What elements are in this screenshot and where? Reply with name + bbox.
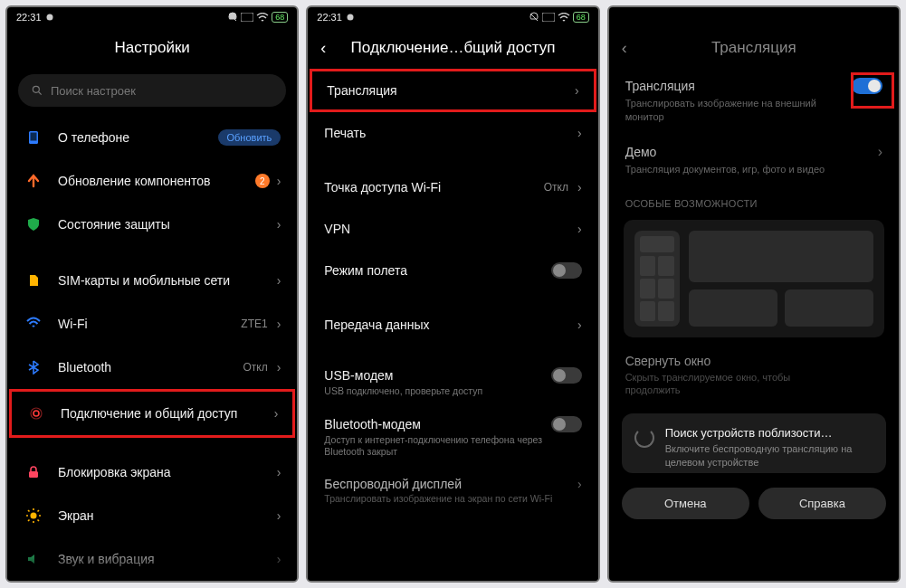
chevron-right-icon: › bbox=[274, 406, 279, 421]
chevron-right-icon: › bbox=[277, 360, 281, 375]
tile-phone-icon bbox=[634, 231, 680, 327]
connection-list: Трансляция › Печать › Точка доступа Wi-F… bbox=[308, 69, 597, 581]
count-badge: 2 bbox=[255, 174, 270, 188]
signal-icon bbox=[542, 13, 555, 22]
status-bar: 22:31 68 bbox=[7, 7, 297, 27]
row-lockscreen[interactable]: Блокировка экрана › bbox=[9, 450, 295, 494]
row-hotspot[interactable]: Точка доступа Wi-Fi Откл› bbox=[310, 166, 596, 208]
bt-tether-toggle[interactable] bbox=[551, 416, 582, 432]
row-sound[interactable]: Звук и вибрация › bbox=[9, 537, 295, 581]
row-bt-tether[interactable]: Bluetooth-модем Доступ к интернет-подклю… bbox=[310, 407, 596, 468]
row-wireless-display[interactable]: Беспроводной дисплей › Транслировать изо… bbox=[310, 468, 596, 515]
row-airplane[interactable]: Режим полета bbox=[310, 250, 596, 291]
status-time: 22:31 bbox=[317, 12, 342, 23]
page-title: Настройки bbox=[114, 39, 189, 57]
dnd-icon bbox=[529, 12, 539, 23]
section-special: ОСОБЫЕ ВОЗМОЖНОСТИ bbox=[611, 187, 897, 214]
svg-line-15 bbox=[38, 520, 40, 522]
chevron-right-icon: › bbox=[277, 508, 281, 523]
chevron-right-icon: › bbox=[577, 222, 582, 236]
row-about-phone[interactable]: О телефоне Обновить bbox=[9, 116, 295, 159]
shield-icon bbox=[24, 214, 43, 234]
chevron-right-icon: › bbox=[878, 144, 882, 160]
row-usb-tether[interactable]: USB-модем USB подключено, проверьте дост… bbox=[310, 358, 596, 407]
settings-list: О телефоне Обновить Обновление компонент… bbox=[7, 116, 297, 581]
chevron-right-icon: › bbox=[277, 217, 281, 232]
searching-title: Поиск устройств поблизости… bbox=[665, 426, 873, 440]
app-indicator-icon bbox=[346, 13, 355, 22]
row-cast-toggle[interactable]: Трансляция Транслировать изображение на … bbox=[611, 69, 897, 135]
back-button[interactable]: ‹ bbox=[320, 39, 326, 58]
screen-cast: ‹ Трансляция Трансляция Транслировать из… bbox=[607, 5, 901, 583]
chevron-right-icon: › bbox=[277, 174, 281, 188]
search-placeholder: Поиск настроек bbox=[51, 84, 136, 98]
row-data-usage[interactable]: Передача данных › bbox=[310, 304, 596, 346]
row-cast[interactable]: Трансляция › bbox=[310, 69, 596, 112]
status-time: 22:31 bbox=[16, 12, 42, 23]
svg-line-17 bbox=[38, 510, 40, 512]
help-button[interactable]: Справка bbox=[758, 488, 886, 519]
svg-line-3 bbox=[39, 92, 42, 95]
chevron-right-icon: › bbox=[577, 126, 582, 140]
row-print[interactable]: Печать › bbox=[310, 112, 596, 154]
svg-rect-8 bbox=[29, 471, 38, 478]
sun-icon bbox=[24, 506, 43, 526]
svg-line-14 bbox=[28, 510, 30, 512]
signal-icon bbox=[241, 13, 253, 22]
svg-rect-19 bbox=[542, 13, 555, 22]
search-input[interactable]: Поиск настроек bbox=[18, 74, 286, 107]
cast-list: Трансляция Транслировать изображение на … bbox=[609, 69, 899, 581]
page-title: Трансляция bbox=[711, 39, 796, 57]
row-connection-sharing[interactable]: Подключение и общий доступ › bbox=[9, 389, 295, 438]
phone-icon bbox=[24, 128, 43, 147]
chevron-right-icon: › bbox=[277, 465, 281, 479]
svg-point-18 bbox=[347, 14, 353, 21]
header: Настройки bbox=[7, 27, 297, 69]
battery-icon: 68 bbox=[272, 12, 288, 23]
chevron-right-icon: › bbox=[577, 180, 582, 194]
searching-card: Поиск устройств поблизости… Включите бес… bbox=[622, 413, 886, 473]
chevron-right-icon: › bbox=[277, 317, 281, 331]
screen-settings: 22:31 68 Настройки Поиск настроек О теле… bbox=[5, 5, 299, 583]
spinner-icon bbox=[634, 428, 654, 448]
cast-toggle[interactable] bbox=[852, 78, 882, 94]
chevron-right-icon: › bbox=[277, 552, 281, 566]
app-indicator-icon bbox=[45, 13, 54, 22]
status-bar: 22:31 68 bbox=[308, 7, 597, 27]
svg-point-9 bbox=[31, 513, 37, 519]
header: ‹ Подключение…бщий доступ bbox=[308, 27, 597, 69]
speaker-icon bbox=[24, 549, 43, 569]
svg-point-2 bbox=[33, 86, 39, 92]
header: ‹ Трансляция bbox=[609, 27, 899, 69]
cancel-button[interactable]: Отмена bbox=[622, 488, 749, 519]
bluetooth-icon bbox=[24, 357, 43, 377]
sim-icon bbox=[24, 270, 43, 290]
svg-point-6 bbox=[33, 411, 39, 416]
svg-point-7 bbox=[31, 408, 42, 419]
row-sim[interactable]: SIM-карты и мобильные сети › bbox=[9, 259, 295, 302]
row-minimize[interactable]: Свернуть окно Скрыть транслируемое окно,… bbox=[611, 345, 897, 409]
screen-connection-sharing: 22:31 68 ‹ Подключение…бщий доступ Транс… bbox=[306, 5, 599, 583]
chevron-right-icon: › bbox=[575, 83, 579, 98]
update-badge[interactable]: Обновить bbox=[218, 129, 281, 146]
back-button[interactable]: ‹ bbox=[622, 39, 627, 58]
row-vpn[interactable]: VPN › bbox=[310, 208, 596, 250]
wifi-icon bbox=[24, 314, 43, 334]
row-display[interactable]: Экран › bbox=[9, 494, 295, 537]
dnd-icon bbox=[227, 12, 238, 23]
battery-icon: 68 bbox=[573, 12, 589, 23]
airplane-toggle[interactable] bbox=[551, 262, 582, 279]
svg-rect-5 bbox=[31, 133, 37, 141]
page-title: Подключение…бщий доступ bbox=[351, 39, 556, 57]
row-wifi[interactable]: Wi-Fi ZTE1› bbox=[9, 302, 295, 346]
chevron-right-icon: › bbox=[577, 477, 582, 491]
arrow-up-icon bbox=[24, 171, 43, 191]
usb-toggle[interactable] bbox=[551, 367, 582, 384]
search-icon bbox=[31, 84, 43, 97]
row-components-update[interactable]: Обновление компонентов 2› bbox=[9, 159, 295, 203]
row-security-status[interactable]: Состояние защиты › bbox=[9, 203, 295, 246]
row-demo[interactable]: Демо › Трансляция документов, игр, фото … bbox=[611, 135, 897, 187]
share-icon bbox=[26, 403, 46, 423]
cast-preview-tiles bbox=[624, 220, 884, 337]
row-bluetooth[interactable]: Bluetooth Откл› bbox=[9, 346, 295, 389]
